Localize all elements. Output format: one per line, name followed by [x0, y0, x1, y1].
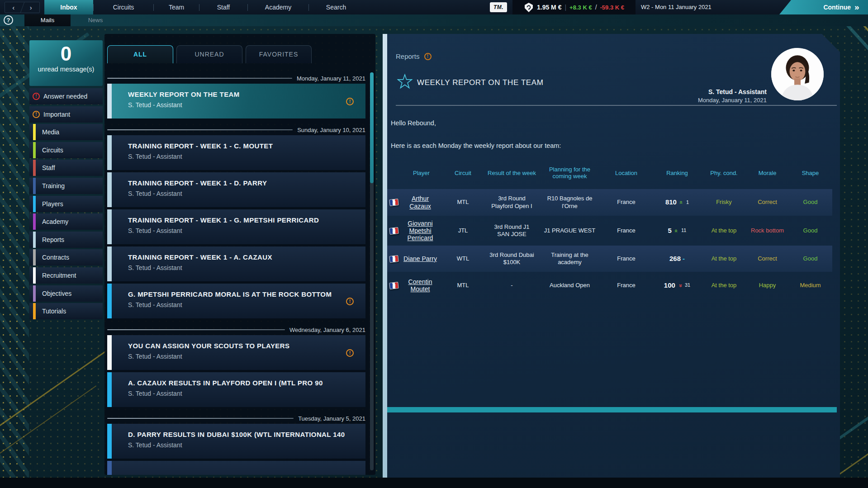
cell-planning: Auckland Open: [540, 282, 600, 289]
alert-icon: !: [346, 349, 354, 357]
mail-scrollbar-track[interactable]: [370, 72, 374, 470]
mail-title: TRAINING REPORT - WEEK 1 - C. MOUTET: [128, 142, 273, 150]
mail-sender: S. Tetud - Assistant: [128, 353, 182, 360]
sidebar-item-academy[interactable]: Academy: [29, 213, 103, 230]
player-name-link[interactable]: Giovanni Mpetshi Perricard: [398, 220, 442, 242]
cell-circuit: JTL: [442, 227, 484, 234]
mail-title: TRAINING REPORT - WEEK 1 - D. PARRY: [128, 179, 267, 187]
decor-line: [844, 26, 868, 71]
group-date: Tuesday, January 5, 2021: [298, 415, 365, 422]
favorite-star-icon[interactable]: [397, 74, 413, 89]
mail-tab-unread[interactable]: UNREAD: [176, 45, 242, 63]
category-label: Tutorials: [42, 308, 66, 315]
ranking-change: 31: [685, 282, 690, 289]
sidebar-item-players[interactable]: Players: [29, 196, 103, 212]
report-sender: S. Tetud - Assistant: [387, 88, 767, 95]
help-icon[interactable]: ?: [4, 15, 13, 25]
cell-planning: Training at the academy: [540, 251, 600, 266]
player-name-link[interactable]: Arthur Cazaux: [398, 195, 442, 209]
continue-button[interactable]: Continue »: [779, 0, 868, 14]
content-area: 0 unread message(s) !Answer needed!Impor…: [0, 26, 868, 478]
sender-avatar[interactable]: [771, 48, 824, 100]
date-separator: Sunday, January 10, 2021: [107, 125, 365, 134]
sidebar-item-media[interactable]: Media: [29, 124, 103, 140]
tab-news[interactable]: News: [71, 14, 120, 26]
report-greeting: Hello Rebound,: [391, 119, 436, 127]
report-footer-bar: [386, 407, 837, 412]
unread-count: 0: [29, 40, 103, 66]
mail-item[interactable]: WEEKLY REPORT ON THE TEAMS. Tetud - Assi…: [107, 84, 365, 118]
window-bottom-edge: [0, 478, 868, 488]
mail-category-bar: [107, 284, 112, 318]
mail-category-bar: [107, 135, 112, 170]
mail-item[interactable]: TRAINING REPORT - WEEK 1 - D. PARRYS. Te…: [107, 172, 365, 207]
sidebar-item-reports[interactable]: Reports: [29, 232, 103, 248]
mail-item[interactable]: YOU CAN ASSIGN YOUR SCOUTS TO PLAYERSS. …: [107, 335, 365, 370]
category-label: Training: [42, 182, 65, 190]
category-label: Contracts: [42, 254, 69, 261]
mail-item[interactable]: [107, 461, 365, 475]
cell-result: 3rd Round Dubai $100K: [484, 251, 540, 266]
ranking-change: 11: [681, 227, 686, 234]
sidebar-item-important[interactable]: !Important: [29, 106, 103, 123]
cell-result: 3rd Round J1 SAN JOSE: [484, 223, 540, 238]
sidebar-item-contracts[interactable]: Contracts: [29, 249, 103, 265]
mail-scrollbar-thumb[interactable]: [370, 72, 374, 183]
nav-tab-inbox[interactable]: Inbox: [44, 0, 93, 14]
mail-item[interactable]: TRAINING REPORT - WEEK 1 - C. MOUTETS. T…: [107, 135, 365, 170]
table-row: Corentin MoutetMTL-Auckland OpenFrance10…: [387, 272, 832, 299]
mail-category-bar: [107, 335, 112, 370]
mail-item[interactable]: TRAINING REPORT - WEEK 1 - G. MPETSHI PE…: [107, 209, 365, 244]
player-name-link[interactable]: Corentin Moutet: [398, 278, 442, 293]
nav-tab-team[interactable]: Team: [154, 0, 199, 14]
mail-title: TRAINING REPORT - WEEK 1 - A. CAZAUX: [128, 253, 272, 261]
nav-tab-staff[interactable]: Staff: [199, 0, 247, 14]
forward-icon[interactable]: ›: [23, 2, 40, 13]
cell-result: 3rd Round Playford Open I: [484, 195, 540, 210]
sidebar-item-recruitment[interactable]: Recruitment: [29, 267, 103, 284]
sidebar-item-answer-needed[interactable]: !Answer needed: [29, 88, 103, 104]
sidebar-item-staff[interactable]: Staff: [29, 160, 103, 176]
mail-item[interactable]: TRAINING REPORT - WEEK 1 - A. CAZAUXS. T…: [107, 246, 365, 281]
cell-circuit: WTL: [442, 255, 484, 262]
finance-summary[interactable]: 1.95 M € | +8.3 K € / -59.3 K €: [512, 0, 636, 14]
mail-tab-favorites[interactable]: FAVORITES: [246, 45, 312, 63]
mail-item[interactable]: A. CAZAUX RESULTS IN PLAYFORD OPEN I (MT…: [107, 372, 365, 407]
mail-tab-all[interactable]: ALL: [107, 45, 173, 63]
sidebar-item-tutorials[interactable]: Tutorials: [29, 303, 103, 319]
nav-tab-circuits[interactable]: Circuits: [94, 0, 153, 14]
report-edge-bar: [383, 34, 387, 478]
category-color-bar: [33, 303, 36, 319]
sidebar-item-training[interactable]: Training: [29, 178, 103, 194]
nav-tab-academy[interactable]: Academy: [248, 0, 308, 14]
tab-mails[interactable]: Mails: [24, 14, 71, 26]
category-color-bar: [33, 196, 36, 212]
column-header-shape: Shape: [788, 170, 832, 177]
mail-title: WEEKLY REPORT ON THE TEAM: [128, 90, 240, 98]
category-label: Answer needed: [43, 93, 87, 100]
cell-location: France: [600, 282, 653, 289]
cell-result: -: [484, 282, 540, 289]
separator-line: [107, 418, 294, 419]
cell-phy: Frisky: [702, 199, 746, 206]
ranking-value: 100: [664, 281, 675, 290]
mail-item[interactable]: D. PARRY RESULTS IN DUBAI $100K (WTL INT…: [107, 424, 365, 459]
group-date: Sunday, January 10, 2021: [297, 127, 365, 133]
mail-title: TRAINING REPORT - WEEK 1 - G. MPETSHI PE…: [128, 216, 319, 224]
flag-icon-france: [389, 255, 398, 262]
column-header-circuit: Circuit: [442, 170, 484, 177]
mail-category-bar: [107, 246, 112, 281]
sidebar-item-objectives[interactable]: Objectives: [29, 285, 103, 302]
column-header-player: Player: [387, 170, 442, 177]
cell-morale: Happy: [746, 282, 788, 289]
sidebar-item-circuits[interactable]: Circuits: [29, 142, 103, 158]
category-label: Important: [43, 111, 70, 118]
report-date: Monday, January 11, 2021: [387, 97, 767, 104]
back-icon[interactable]: ‹: [5, 2, 22, 13]
player-name-link[interactable]: Diane Parry: [398, 255, 442, 262]
mail-item[interactable]: G. MPETSHI PERRICARD MORAL IS AT THE ROC…: [107, 284, 365, 318]
ranking-change: 1: [686, 199, 689, 206]
mail-sender: S. Tetud - Assistant: [128, 153, 182, 160]
nav-tab-search[interactable]: Search: [309, 0, 363, 14]
category-label: Reports: [42, 236, 64, 243]
